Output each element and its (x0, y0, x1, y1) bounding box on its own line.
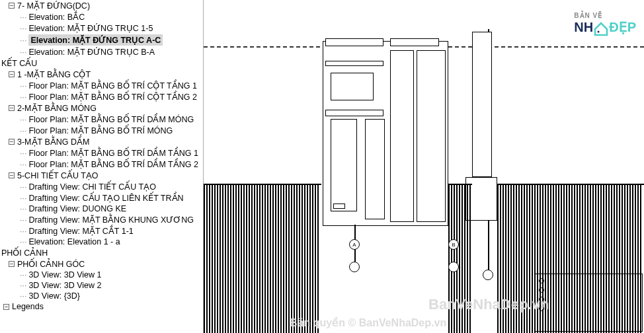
building-pillar (472, 32, 492, 177)
grid-marker (349, 262, 360, 272)
tree-leaf-icon: ··· (20, 291, 26, 301)
tree-legends[interactable]: Legends (12, 302, 44, 311)
tree-leaf-icon: ··· (20, 281, 26, 290)
building-element (390, 38, 439, 46)
tree-item-3dview[interactable]: 3D View: 3D View 1 (28, 270, 101, 279)
tree-leaf-icon: ··· (20, 48, 26, 57)
building-element (333, 204, 345, 209)
tree-group[interactable]: 2-MẶT BẰNG MÓNG (17, 103, 97, 113)
tree-leaf-icon: ··· (20, 270, 26, 279)
expand-toggle[interactable] (1, 302, 11, 311)
tree-leaf-icon: ··· (20, 215, 26, 225)
tree-item-floorplan[interactable]: Floor Plan: MẶT BẰNG BỐ TRÍ CỘT TẦNG 1 (28, 81, 196, 91)
building-window (331, 73, 374, 100)
legend-box (534, 274, 643, 332)
tree-group[interactable]: 3-MẶT BẰNG DẦM (17, 137, 89, 147)
tree-item-floorplan[interactable]: Floor Plan: MẶT BẰNG BỐ TRÍ DẦM MÓNG (28, 114, 194, 124)
building-column (417, 50, 446, 222)
tree-item-floorplan[interactable]: Floor Plan: MẶT BẰNG BỐ TRÍ DẦM TẦNG 1 (28, 148, 198, 158)
tree-leaf-icon: ··· (20, 92, 26, 102)
building-element (325, 110, 383, 116)
tree-item-view[interactable]: Drafting View: MẶT CẮT 1-1 (28, 226, 133, 236)
tree-item-3dview[interactable]: 3D View: {3D} (28, 291, 80, 301)
tree-item-floorplan[interactable]: Floor Plan: MẶT BẰNG BỐ TRÍ CỘT TẦNG 2 (28, 92, 196, 102)
expand-toggle[interactable] (7, 104, 16, 113)
expand-toggle[interactable] (7, 1, 16, 11)
tree-leaf-icon: ··· (20, 115, 26, 124)
watermark-copyright: Bản quyền © BanVeNhaDep.vn (290, 316, 446, 329)
tree-leaf-icon: ··· (20, 182, 26, 192)
tree-item-view[interactable]: Drafting View: CẤU TẠO LIÊN KẾT TRẦN (28, 193, 183, 203)
project-browser-panel[interactable]: 7- MẶT ĐỨNG(DC) ···Elevation: BẮC ···Ele… (0, 0, 204, 333)
tree-item-elevation[interactable]: Elevation: MẶT ĐỨNG TRỤC B-A (28, 47, 155, 57)
tree-leaf-icon: ··· (20, 160, 26, 169)
legend-item (539, 278, 544, 283)
svg-point-14 (598, 30, 600, 32)
grid-marker (483, 270, 493, 280)
fence (204, 184, 321, 333)
expand-toggle[interactable] (7, 260, 16, 269)
tree-leaf-icon: ··· (20, 237, 26, 246)
watermark-url: BanVeNhaDep.vn (428, 296, 549, 313)
building-element (325, 61, 383, 66)
building-column (390, 50, 414, 222)
tree-leaf-icon: ··· (20, 36, 26, 45)
expand-toggle[interactable] (7, 70, 16, 79)
tree-leaf-icon: ··· (20, 204, 26, 213)
grid-marker (448, 262, 459, 272)
building-element (365, 119, 385, 219)
tree-item-elevation-selected[interactable]: Elevation: MẶT ĐỨNG TRỤC A-C (28, 34, 163, 46)
grid-marker-b: B (448, 239, 459, 250)
tree-item-3dview[interactable]: 3D View: 3D View 2 (28, 281, 101, 290)
tree-item-view[interactable]: Drafting View: CHI TIẾT CẤU TẠO (28, 182, 155, 192)
tree-group[interactable]: 7- MẶT ĐỨNG(DC) (17, 1, 90, 11)
tree-section[interactable]: KẾT CẤU (1, 58, 37, 68)
tree-group[interactable]: 5-CHI TIẾT CẤU TẠO (17, 170, 99, 180)
tree-leaf-icon: ··· (20, 227, 26, 236)
tree-leaf-icon: ··· (20, 149, 26, 158)
tree-item-view[interactable]: Drafting View: MẶT BẰNG KHUNG XƯƠNG (28, 215, 194, 225)
tree-item-elevation[interactable]: Elevation: MẶT ĐỨNG TRỤC 1-5 (28, 23, 153, 33)
tree-leaf-icon: ··· (20, 13, 26, 22)
tree-leaf-icon: ··· (20, 126, 26, 135)
building-door (331, 119, 357, 211)
tree-leaf-icon: ··· (20, 81, 26, 91)
tree-group[interactable]: 1 -MẶT BẰNG CỘT (17, 69, 91, 79)
legend-item (539, 287, 544, 293)
expand-toggle[interactable] (7, 171, 16, 180)
tree-item-floorplan[interactable]: Floor Plan: MẶT BẰNG BỐ TRÍ DẦM TẦNG 2 (28, 159, 198, 169)
tree-section[interactable]: PHỐI CẢNH (1, 248, 48, 258)
drawing-canvas[interactable]: BẢN VẼ NHĐẸP A B BanVeNhaDep.vn Bản quyề… (204, 0, 644, 333)
tree-leaf-icon: ··· (20, 24, 26, 33)
tree-item-elevation[interactable]: Elevation: BẮC (28, 12, 85, 22)
tree-item-view[interactable]: Elevation: Elevation 1 - a (28, 237, 120, 246)
tree-item-view[interactable]: Drafting View: DUONG KE (28, 204, 126, 213)
tree-group[interactable]: PHỐI CẢNH GÓC (17, 259, 85, 269)
watermark-logo: BẢN VẼ NHĐẸP (574, 12, 636, 37)
grid-marker-a: A (349, 239, 360, 250)
expand-toggle[interactable] (7, 137, 16, 147)
tree-item-floorplan[interactable]: Floor Plan: MẶT BẰNG BỐ TRÍ MÓNG (28, 126, 173, 135)
tree-leaf-icon: ··· (20, 194, 26, 203)
building-element (325, 38, 383, 46)
